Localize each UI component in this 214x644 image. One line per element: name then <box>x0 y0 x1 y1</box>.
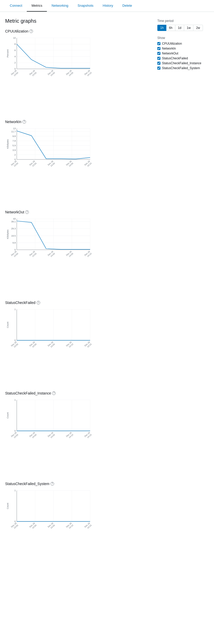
svg-text:Dec 2914:15: Dec 2914:15 <box>84 522 92 530</box>
controls-column: Time period 1h6h1d1w2w Show CPUUtilizati… <box>157 18 209 572</box>
time-btn-6h[interactable]: 6h <box>166 25 175 31</box>
svg-text:Dec 2913:55: Dec 2913:55 <box>29 251 37 259</box>
svg-text:2: 2 <box>14 153 16 156</box>
time-btn-1h[interactable]: 1h <box>157 25 166 31</box>
svg-text:Dec 2914:10: Dec 2914:10 <box>84 69 92 77</box>
nav-tab-connect[interactable]: Connect <box>5 0 27 12</box>
svg-text:Count: Count <box>6 412 9 418</box>
chart-svg-statuscheckfailed: 01Dec 2913:55Dec 2914:00Dec 2914:05Dec 2… <box>5 307 147 382</box>
svg-text:43: 43 <box>13 218 16 220</box>
show-item-statuscheckfailed_system: StatusCheckFailed_System <box>157 66 209 70</box>
svg-text:29.3: 29.3 <box>11 228 16 230</box>
svg-text:10: 10 <box>13 37 16 39</box>
help-icon-statuscheckfailed_instance[interactable]: ? <box>52 391 56 395</box>
show-checkbox-networkout[interactable] <box>157 52 160 55</box>
nav-tabs: ConnectMetricsNetworkingSnapshotsHistory… <box>0 0 214 12</box>
svg-text:1: 1 <box>14 308 16 311</box>
svg-text:Dec 2913:50: Dec 2913:50 <box>11 251 19 259</box>
svg-text:Dec 2914:05: Dec 2914:05 <box>47 431 56 439</box>
svg-text:6: 6 <box>14 49 16 52</box>
chart-networkout: NetworkOut?09.819.529.339.143Dec 2913:50… <box>5 210 147 292</box>
svg-text:3.9: 3.9 <box>12 149 16 151</box>
svg-text:Dec 2914:05: Dec 2914:05 <box>66 251 74 259</box>
show-item-networkout: NetworkOut <box>157 52 209 55</box>
svg-text:11.7: 11.7 <box>11 130 16 133</box>
show-checkbox-label: StatusCheckFailed_System <box>162 66 200 70</box>
svg-text:Percent: Percent <box>6 49 9 58</box>
svg-text:13: 13 <box>13 127 16 130</box>
charts-column: Metric graphs CPUUtilization?0246810Dec … <box>5 18 147 572</box>
svg-text:Dec 2913:55: Dec 2913:55 <box>11 341 19 349</box>
show-checkbox-label: CPUUtilization <box>162 42 182 45</box>
svg-text:Dec 2914:00: Dec 2914:00 <box>47 251 56 259</box>
show-item-networkin: NetworkIn <box>157 47 209 50</box>
chart-cpu: CPUUtilization?0246810Dec 2913:50Dec 291… <box>5 29 147 111</box>
nav-tab-delete[interactable]: Delete <box>118 0 137 12</box>
svg-text:Dec 2913:50: Dec 2913:50 <box>11 160 19 168</box>
svg-text:Dec 2914:05: Dec 2914:05 <box>66 69 74 77</box>
show-checkbox-statuscheckfailed[interactable] <box>157 57 160 60</box>
chart-svg-cpu: 0246810Dec 2913:50Dec 2913:55Dec 2914:00… <box>5 35 147 111</box>
nav-tab-networking[interactable]: Networking <box>47 0 73 12</box>
svg-text:Dec 2914:00: Dec 2914:00 <box>29 341 37 349</box>
time-btn-1d[interactable]: 1d <box>175 25 184 31</box>
time-btn-1w[interactable]: 1w <box>184 25 193 31</box>
help-icon-networkout[interactable]: ? <box>25 210 29 214</box>
svg-text:Dec 2914:00: Dec 2914:00 <box>47 160 56 168</box>
svg-text:4: 4 <box>14 55 16 58</box>
show-checkbox-cpuutilization[interactable] <box>157 42 160 45</box>
svg-text:8: 8 <box>14 43 16 45</box>
time-btn-2w[interactable]: 2w <box>193 25 203 31</box>
chart-statuscheckfailed_instance: StatusCheckFailed_Instance?01Dec 2913:55… <box>5 391 147 473</box>
chart-svg-networkin: 023.95.97.89.811.713Dec 2913:50Dec 2913:… <box>5 126 147 201</box>
show-checkbox-label: NetworkIn <box>162 47 176 50</box>
svg-text:Dec 2914:00: Dec 2914:00 <box>29 431 37 439</box>
svg-text:7.8: 7.8 <box>12 140 16 142</box>
svg-text:9.8: 9.8 <box>12 135 16 137</box>
svg-text:Dec 2914:05: Dec 2914:05 <box>66 160 74 168</box>
svg-text:Dec 2913:55: Dec 2913:55 <box>29 160 37 168</box>
chart-statuscheckfailed_system: StatusCheckFailed_System?01Dec 2913:55De… <box>5 482 147 564</box>
svg-text:Dec 2914:15: Dec 2914:15 <box>84 431 92 439</box>
nav-tab-history[interactable]: History <box>98 0 118 12</box>
help-icon-cpu[interactable]: ? <box>29 29 33 33</box>
help-icon-statuscheckfailed_system[interactable]: ? <box>50 482 54 486</box>
svg-text:5.9: 5.9 <box>12 144 16 147</box>
show-checkboxes: CPUUtilizationNetworkInNetworkOutStatusC… <box>157 42 209 70</box>
svg-text:1: 1 <box>14 399 16 401</box>
svg-text:Dec 2913:50: Dec 2913:50 <box>11 69 19 77</box>
svg-text:Dec 2914:10: Dec 2914:10 <box>66 522 74 530</box>
help-icon-statuscheckfailed[interactable]: ? <box>37 301 40 304</box>
show-checkbox-statuscheckfailed_system[interactable] <box>157 67 160 70</box>
chart-svg-networkout: 09.819.529.339.143Dec 2913:50Dec 2913:55… <box>5 216 147 292</box>
svg-text:Count: Count <box>6 503 9 509</box>
svg-text:Dec 2914:15: Dec 2914:15 <box>84 341 92 349</box>
svg-text:Kilobytes: Kilobytes <box>6 230 9 239</box>
svg-text:Dec 2914:10: Dec 2914:10 <box>84 251 92 259</box>
show-checkbox-label: NetworkOut <box>162 52 178 55</box>
chart-statuscheckfailed: StatusCheckFailed?01Dec 2913:55Dec 2914:… <box>5 301 147 383</box>
svg-text:Dec 2914:05: Dec 2914:05 <box>47 522 56 530</box>
chart-title-statuscheckfailed_system: StatusCheckFailed_System? <box>5 482 147 486</box>
nav-tab-metrics[interactable]: Metrics <box>27 0 47 12</box>
svg-text:Dec 2914:05: Dec 2914:05 <box>47 341 56 349</box>
show-checkbox-statuscheckfailed_instance[interactable] <box>157 62 160 65</box>
help-icon-networkin[interactable]: ? <box>22 120 26 124</box>
chart-title-cpu: CPUUtilization? <box>5 29 147 33</box>
show-checkbox-label: StatusCheckFailed <box>162 57 188 60</box>
nav-tab-snapshots[interactable]: Snapshots <box>73 0 98 12</box>
svg-text:Dec 2914:00: Dec 2914:00 <box>29 522 37 530</box>
show-item-statuscheckfailed_instance: StatusCheckFailed_Instance <box>157 61 209 65</box>
time-period-label: Time period <box>157 19 209 23</box>
svg-text:Dec 2914:00: Dec 2914:00 <box>47 69 56 77</box>
show-checkbox-networkin[interactable] <box>157 47 160 50</box>
svg-text:19.5: 19.5 <box>11 235 16 237</box>
svg-text:39.1: 39.1 <box>11 220 16 223</box>
svg-text:Dec 2914:10: Dec 2914:10 <box>84 160 92 168</box>
svg-text:Dec 2914:10: Dec 2914:10 <box>66 341 74 349</box>
chart-title-statuscheckfailed_instance: StatusCheckFailed_Instance? <box>5 391 147 395</box>
show-label: Show <box>157 36 209 40</box>
svg-text:Dec 2914:10: Dec 2914:10 <box>66 431 74 439</box>
svg-text:Count: Count <box>6 322 9 328</box>
svg-text:Dec 2913:55: Dec 2913:55 <box>29 69 37 77</box>
